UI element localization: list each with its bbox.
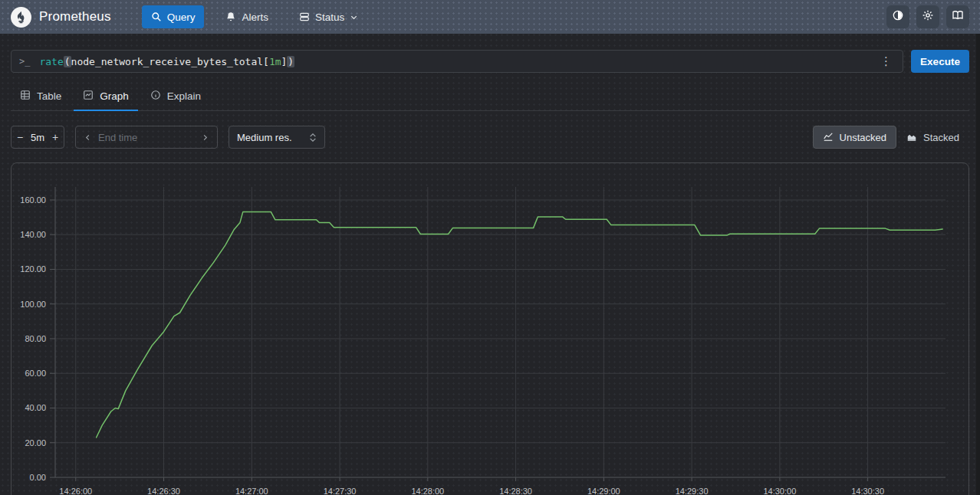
end-time-input[interactable]: End time — [98, 132, 201, 143]
tab-table-label: Table — [37, 90, 61, 102]
documentation-button[interactable] — [946, 5, 969, 28]
book-icon — [952, 9, 964, 25]
svg-text:20.00: 20.00 — [25, 438, 46, 447]
svg-text:14:27:00: 14:27:00 — [235, 487, 268, 495]
scrollbar[interactable] — [976, 34, 980, 495]
svg-text:14:28:30: 14:28:30 — [499, 487, 532, 495]
chevron-down-icon — [350, 13, 358, 21]
svg-text:14:30:00: 14:30:00 — [763, 487, 796, 495]
resolution-value: Medium res. — [237, 132, 292, 143]
table-icon — [20, 90, 31, 103]
svg-text:14:30:30: 14:30:30 — [851, 487, 884, 495]
svg-text:140.00: 140.00 — [20, 230, 46, 239]
svg-text:14:27:30: 14:27:30 — [324, 487, 357, 495]
svg-text:14:29:00: 14:29:00 — [587, 487, 620, 495]
graph-panel: 0.0020.0040.0060.0080.00100.00120.00140.… — [11, 162, 969, 495]
stacked-chart-icon — [906, 131, 917, 144]
svg-text:40.00: 40.00 — [25, 403, 46, 412]
expression-input[interactable]: >_ rate(node_network_receive_bytes_total… — [11, 50, 903, 73]
range-increase-button[interactable]: + — [47, 131, 64, 143]
select-chevrons-icon — [309, 133, 317, 142]
nav-query[interactable]: Query — [142, 5, 205, 28]
line-chart-icon — [823, 131, 834, 144]
svg-text:100.00: 100.00 — [20, 300, 46, 309]
end-time-picker[interactable]: End time — [75, 126, 218, 149]
nav-alerts-label: Alerts — [242, 11, 268, 23]
gear-icon — [922, 9, 934, 25]
time-back-icon[interactable] — [84, 133, 92, 142]
svg-text:14:29:30: 14:29:30 — [676, 487, 709, 495]
tab-explain-label: Explain — [167, 90, 201, 102]
prometheus-logo-icon — [11, 7, 31, 28]
brand-title: Prometheus — [39, 9, 111, 25]
svg-text:14:26:30: 14:26:30 — [147, 487, 180, 495]
tab-graph-label: Graph — [100, 90, 129, 102]
graph-controls: − 5m + End time Medium res. — [11, 126, 969, 149]
tab-graph[interactable]: Graph — [74, 84, 138, 111]
main-nav: Query Alerts Status — [142, 5, 368, 28]
settings-button[interactable] — [916, 5, 939, 28]
query-expression: rate(node_network_receive_bytes_total[1m… — [39, 56, 294, 67]
nav-status-label: Status — [315, 11, 344, 23]
graph-icon — [83, 90, 94, 103]
time-forward-icon[interactable] — [201, 133, 209, 142]
contrast-icon — [892, 9, 904, 25]
execute-button[interactable]: Execute — [911, 50, 969, 73]
info-circle-icon — [150, 90, 161, 103]
server-icon — [299, 11, 310, 22]
svg-text:0.00: 0.00 — [30, 473, 46, 482]
unstacked-button[interactable]: Unstacked — [813, 126, 896, 149]
navbar: Prometheus Query Alerts — [0, 0, 980, 34]
console-prompt-icon: >_ — [19, 56, 30, 67]
brand-link[interactable]: Prometheus — [11, 7, 111, 28]
svg-text:120.00: 120.00 — [20, 264, 46, 274]
query-options-kebab-icon[interactable]: ⋮ — [877, 54, 895, 68]
stacking-toggle: Unstacked Stacked — [813, 126, 969, 149]
search-icon — [151, 11, 162, 22]
unstacked-label: Unstacked — [840, 132, 886, 143]
svg-text:160.00: 160.00 — [20, 195, 46, 205]
time-series-chart[interactable]: 0.0020.0040.0060.0080.00100.00120.00140.… — [12, 163, 968, 495]
bell-icon — [225, 11, 236, 22]
svg-text:80.00: 80.00 — [25, 334, 46, 343]
nav-alerts[interactable]: Alerts — [216, 5, 278, 28]
svg-text:14:26:00: 14:26:00 — [59, 487, 92, 495]
resolution-select[interactable]: Medium res. — [229, 126, 325, 149]
svg-text:14:28:00: 14:28:00 — [411, 487, 444, 495]
navbar-actions — [886, 5, 969, 28]
range-stepper: − 5m + — [11, 126, 64, 149]
panel-tabs: Table Graph Explain — [11, 84, 969, 111]
tab-explain[interactable]: Explain — [141, 84, 210, 111]
range-value-input[interactable]: 5m — [28, 132, 47, 143]
main-content: >_ rate(node_network_receive_bytes_total… — [0, 50, 980, 495]
stacked-button[interactable]: Stacked — [896, 126, 969, 149]
nav-status[interactable]: Status — [290, 5, 367, 28]
tab-table[interactable]: Table — [11, 84, 71, 111]
query-row: >_ rate(node_network_receive_bytes_total… — [11, 50, 969, 73]
svg-text:60.00: 60.00 — [25, 369, 46, 378]
nav-query-label: Query — [167, 11, 196, 23]
theme-toggle-button[interactable] — [886, 5, 909, 28]
range-decrease-button[interactable]: − — [12, 131, 28, 143]
stacked-label: Stacked — [923, 132, 959, 143]
